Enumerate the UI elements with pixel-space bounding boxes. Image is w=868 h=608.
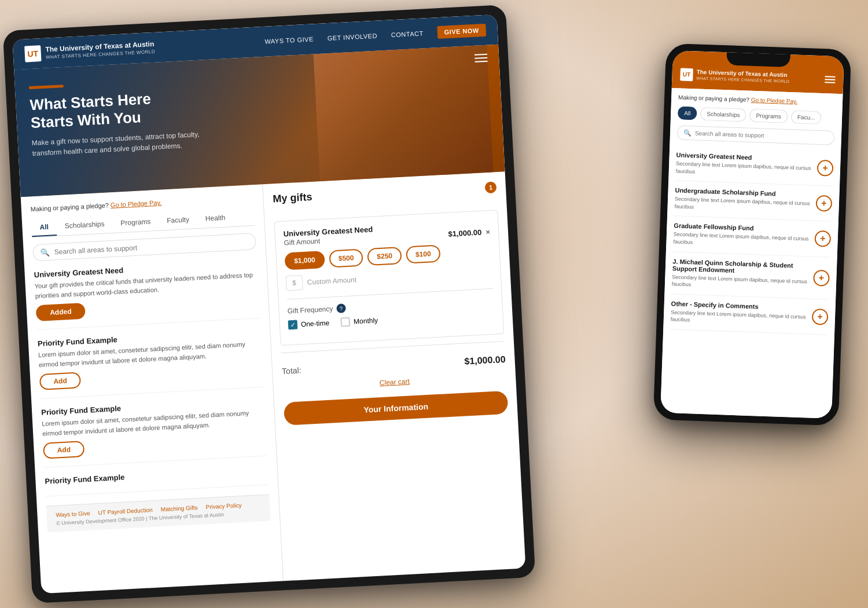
phone-tab-faculty[interactable]: Facu... — [790, 110, 821, 124]
tab-programs[interactable]: Programs — [112, 213, 159, 233]
phone-fund-item-5: Other - Specify in Comments Secondary li… — [670, 294, 829, 335]
gift-amount-value: $1,000.00 × — [448, 228, 490, 239]
tablet-screen: UT The University of Texas at Austin WHA… — [13, 14, 526, 594]
ut-logo-icon: UT — [24, 45, 41, 62]
dollar-sign: $ — [292, 279, 296, 287]
pledge-link[interactable]: Go to Pledge Pay. — [111, 199, 162, 208]
nav-give-now[interactable]: GIVE NOW — [437, 24, 486, 39]
footer-matching[interactable]: Matching Gifts — [160, 504, 197, 512]
phone-search-box[interactable]: 🔍 — [677, 125, 835, 145]
gifts-badge: 1 — [484, 181, 496, 193]
amount-btn-500[interactable]: $500 — [329, 248, 363, 268]
fund-item-priority-1: Priority Fund Example Lorem ipsum dolor … — [38, 328, 264, 399]
clear-cart-link[interactable]: Clear cart — [380, 377, 410, 387]
add-button[interactable]: Add — [43, 441, 85, 459]
tablet-hero: What Starts HereStarts With You Make a g… — [14, 45, 505, 197]
phone-add-btn-3[interactable]: + — [814, 230, 831, 247]
my-gifts-header: My gifts 1 — [273, 181, 497, 214]
nav-ways-to-give[interactable]: WAYS TO GIVE — [264, 35, 314, 45]
total-value: $1,000.00 — [464, 354, 506, 367]
phone-fund-info: Graduate Fellowship Fund Secondary line … — [673, 222, 809, 250]
phone-fund-info: University Greatest Need Secondary line … — [676, 151, 812, 179]
total-label: Total: — [282, 365, 301, 376]
phone-logo-icon: UT — [680, 68, 693, 81]
tablet-footer: Ways to Give UT Payroll Deduction Matchi… — [46, 494, 271, 532]
phone-fund-desc: Secondary line text Lorem ipsum dapibus,… — [672, 273, 808, 292]
ut-logo: UT The University of Texas at Austin WHA… — [24, 39, 155, 63]
tablet-content: Making or paying a pledge? Go to Pledge … — [21, 171, 526, 594]
search-box[interactable]: 🔍 — [32, 233, 256, 261]
my-gifts-title: My gifts — [273, 191, 312, 206]
phone-fund-desc: Secondary line text Lorem ipsum dapibus,… — [671, 309, 807, 328]
phone-notch — [726, 52, 790, 67]
phone-add-btn-2[interactable]: + — [815, 195, 832, 212]
tablet-right-panel: My gifts 1 University Greatest Need Gift… — [263, 171, 525, 581]
nav-get-involved[interactable]: GET INVOLVED — [327, 32, 377, 42]
phone-logo: UT The University of Texas at Austin WHA… — [680, 68, 790, 85]
phone-fund-desc: Secondary line text Lorem ipsum dapibus,… — [674, 195, 810, 214]
fund-item-priority-2: Priority Fund Example Lorem ipsum dolor … — [41, 397, 267, 468]
tab-health[interactable]: Health — [197, 209, 234, 228]
onetime-checkbox[interactable] — [288, 320, 298, 329]
phone-device: UT The University of Texas at Austin WHA… — [653, 43, 851, 426]
phone-pledge-link[interactable]: Go to Pledge Pay. — [751, 97, 798, 105]
phone-fund-item-3: Graduate Fellowship Fund Secondary line … — [673, 217, 832, 258]
amount-btn-1000[interactable]: $1,000 — [284, 251, 325, 270]
tab-faculty[interactable]: Faculty — [159, 211, 198, 230]
phone-fund-item-4: J. Michael Quinn Scholarship & Student S… — [671, 252, 830, 300]
tablet-left-panel: Making or paying a pledge? Go to Pledge … — [21, 184, 284, 594]
amount-btn-250[interactable]: $250 — [367, 247, 402, 266]
phone-screen: UT The University of Texas at Austin WHA… — [660, 50, 844, 419]
custom-amount-row: $ Custom Amount — [285, 265, 492, 291]
phone-add-btn-5[interactable]: + — [812, 309, 829, 325]
phone-search-icon: 🔍 — [683, 129, 692, 137]
phone-hamburger-icon[interactable] — [825, 76, 835, 83]
fund-item-priority-3: Priority Fund Example — [45, 466, 269, 497]
footer-payroll[interactable]: UT Payroll Deduction — [98, 507, 153, 516]
search-icon: 🔍 — [40, 248, 50, 257]
amount-buttons: $1,000 $500 $250 $100 — [284, 242, 491, 270]
amount-btn-100[interactable]: $100 — [406, 244, 440, 263]
remove-gift[interactable]: × — [486, 228, 490, 236]
phone-tab-all[interactable]: All — [678, 106, 697, 120]
phone-fund-info: Undergraduate Scholarship Fund Secondary… — [674, 186, 810, 214]
nav-contact[interactable]: CONTACT — [391, 30, 424, 38]
phone-fund-info: Other - Specify in Comments Secondary li… — [671, 300, 807, 328]
gift-amount-label: Gift Amount — [284, 237, 320, 247]
phone-add-btn-4[interactable]: + — [813, 269, 830, 286]
custom-amount-input[interactable]: $ — [285, 275, 303, 291]
footer-ways-to-give[interactable]: Ways to Give — [56, 510, 90, 518]
phone-fund-info: J. Michael Quinn Scholarship & Student S… — [672, 258, 808, 292]
tablet-nav: WAYS TO GIVE GET INVOLVED CONTACT GIVE N… — [264, 24, 486, 48]
footer-privacy[interactable]: Privacy Policy — [205, 502, 242, 510]
phone-logo-text: The University of Texas at Austin WHAT S… — [696, 68, 790, 85]
custom-amount-label: Custom Amount — [307, 276, 356, 286]
phone-content: Making or paying a pledge? Go to Pledge … — [660, 88, 843, 419]
hamburger-icon[interactable] — [475, 54, 488, 63]
ut-logo-text: The University of Texas at Austin WHAT S… — [45, 40, 155, 61]
freq-help-icon[interactable]: ? — [336, 303, 346, 313]
phone-add-btn-1[interactable]: + — [817, 160, 834, 177]
monthly-label: Monthly — [354, 316, 378, 325]
gift-section: University Greatest Need Gift Amount $1,… — [274, 210, 505, 346]
onetime-label: One-time — [301, 319, 330, 329]
freq-onetime[interactable]: One-time — [288, 318, 330, 330]
add-button[interactable]: Add — [39, 372, 82, 390]
pledge-text: Making or paying a pledge? — [31, 202, 109, 213]
fund-title: Priority Fund Example — [45, 466, 268, 486]
phone-tab-programs[interactable]: Programs — [749, 109, 788, 123]
tab-scholarships[interactable]: Scholarships — [56, 215, 113, 236]
phone-pledge-line: Making or paying a pledge? Go to Pledge … — [678, 94, 836, 105]
tab-all[interactable]: All — [31, 218, 57, 237]
gift-frequency: Gift Frequency ? One-time Monthly — [287, 296, 495, 330]
fund-item-university-greatest-need: University Greatest Need Your gift provi… — [34, 259, 260, 330]
freq-monthly[interactable]: Monthly — [341, 316, 378, 327]
phone-fund-desc: Secondary line text Lorem ipsum dapibus,… — [676, 160, 812, 179]
fund-tabs: All Scholarships Programs Faculty Health — [31, 208, 255, 237]
search-input[interactable] — [54, 237, 248, 256]
phone-search-input[interactable] — [695, 130, 828, 141]
added-button[interactable]: Added — [36, 303, 86, 321]
phone-fund-item-2: Undergraduate Scholarship Fund Secondary… — [674, 181, 833, 222]
monthly-checkbox[interactable] — [341, 317, 351, 327]
phone-tab-scholarships[interactable]: Scholarships — [700, 107, 746, 122]
